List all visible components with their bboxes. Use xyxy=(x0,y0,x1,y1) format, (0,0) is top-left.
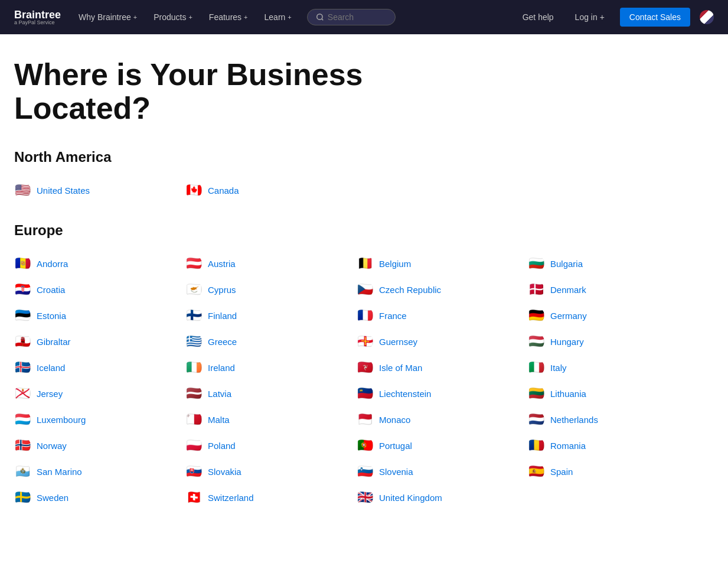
country-name[interactable]: Greece xyxy=(208,337,237,347)
country-name[interactable]: Netherlands xyxy=(550,415,598,425)
logo[interactable]: Braintree a PayPal Service xyxy=(14,9,61,25)
country-flag-icon: 🇬🇷 xyxy=(185,333,202,350)
country-item[interactable]: 🇩🇪Germany xyxy=(528,307,694,324)
country-item[interactable]: 🇦🇹Austria xyxy=(185,255,352,272)
nav-products[interactable]: Products + xyxy=(148,12,198,22)
country-name[interactable]: Ireland xyxy=(208,363,235,373)
country-name[interactable]: San Marino xyxy=(37,467,82,477)
country-name[interactable]: Romania xyxy=(550,441,586,451)
country-name[interactable]: United States xyxy=(37,186,90,196)
country-item[interactable]: 🇪🇸Spain xyxy=(528,463,694,480)
country-name[interactable]: Germany xyxy=(550,311,587,321)
country-name[interactable]: Hungary xyxy=(550,337,584,347)
country-name[interactable]: United Kingdom xyxy=(379,493,442,503)
country-name[interactable]: Liechtenstein xyxy=(379,389,431,399)
country-item[interactable]: 🇩🇰Denmark xyxy=(528,281,694,298)
country-item[interactable]: 🇨🇾Cyprus xyxy=(185,281,352,298)
country-name[interactable]: Jersey xyxy=(37,389,63,399)
country-name[interactable]: France xyxy=(379,311,407,321)
country-item[interactable]: 🇸🇪Sweden xyxy=(14,489,181,506)
country-item[interactable]: 🇱🇮Liechtenstein xyxy=(357,385,523,402)
section-title-1: Europe xyxy=(14,222,694,239)
nav-features[interactable]: Features + xyxy=(203,12,254,22)
country-item[interactable]: 🇳🇱Netherlands xyxy=(528,411,694,428)
country-name[interactable]: Spain xyxy=(550,467,573,477)
country-item[interactable]: 🇫🇷France xyxy=(357,307,523,324)
country-item[interactable]: 🇲🇨Monaco xyxy=(357,411,523,428)
country-name[interactable]: Gibraltar xyxy=(37,337,71,347)
country-name[interactable]: Belgium xyxy=(379,259,411,269)
country-name[interactable]: Slovenia xyxy=(379,467,413,477)
country-item[interactable]: 🇬🇮Gibraltar xyxy=(14,333,181,350)
country-grid-1: 🇦🇩Andorra🇦🇹Austria🇧🇪Belgium🇧🇬Bulgaria🇭🇷C… xyxy=(14,255,694,506)
country-item[interactable]: 🇲🇹Malta xyxy=(185,411,352,428)
country-name[interactable]: Canada xyxy=(208,186,239,196)
search-input[interactable] xyxy=(328,12,387,22)
country-item[interactable]: 🇮🇪Ireland xyxy=(185,359,352,376)
country-item[interactable]: 🇨🇿Czech Republic xyxy=(357,281,523,298)
country-item[interactable]: 🇨🇦Canada xyxy=(185,182,352,198)
country-item[interactable]: 🇱🇺Luxembourg xyxy=(14,411,181,428)
country-item[interactable]: 🇦🇩Andorra xyxy=(14,255,181,272)
country-name[interactable]: Finland xyxy=(208,311,237,321)
country-flag-icon: 🇭🇺 xyxy=(528,333,544,350)
country-name[interactable]: Switzerland xyxy=(208,493,254,503)
country-name[interactable]: Iceland xyxy=(37,363,65,373)
country-item[interactable]: 🇸🇮Slovenia xyxy=(357,463,523,480)
country-name[interactable]: Andorra xyxy=(37,259,68,269)
search-bar[interactable] xyxy=(307,9,396,25)
nav-why-braintree[interactable]: Why Braintree + xyxy=(73,12,143,22)
country-item[interactable]: 🇬🇷Greece xyxy=(185,333,352,350)
country-item[interactable]: 🇭🇺Hungary xyxy=(528,333,694,350)
country-item[interactable]: 🇺🇸United States xyxy=(14,182,181,198)
country-name[interactable]: Czech Republic xyxy=(379,285,441,295)
country-name[interactable]: Poland xyxy=(208,441,236,451)
country-item[interactable]: 🇳🇴Norway xyxy=(14,437,181,454)
country-flag-icon: 🇳🇱 xyxy=(528,411,544,428)
country-item[interactable]: 🇭🇷Croatia xyxy=(14,281,181,298)
country-item[interactable]: 🇫🇮Finland xyxy=(185,307,352,324)
country-name[interactable]: Luxembourg xyxy=(37,415,86,425)
country-item[interactable]: 🇧🇪Belgium xyxy=(357,255,523,272)
country-item[interactable]: 🇵🇹Portugal xyxy=(357,437,523,454)
country-flag-icon: 🇨🇭 xyxy=(185,489,202,506)
country-item[interactable]: 🇮🇲Isle of Man xyxy=(357,359,523,376)
country-name[interactable]: Monaco xyxy=(379,415,410,425)
country-name[interactable]: Norway xyxy=(37,441,67,451)
country-name[interactable]: Malta xyxy=(208,415,230,425)
country-name[interactable]: Sweden xyxy=(37,493,68,503)
country-item[interactable]: 🇬🇧United Kingdom xyxy=(357,489,523,506)
country-item[interactable]: 🇯🇪Jersey xyxy=(14,385,181,402)
country-item[interactable]: 🇱🇹Lithuania xyxy=(528,385,694,402)
country-item[interactable]: 🇸🇲San Marino xyxy=(14,463,181,480)
country-flag-icon: 🇱🇺 xyxy=(14,411,31,428)
country-item[interactable]: 🇮🇹Italy xyxy=(528,359,694,376)
country-item[interactable]: 🇧🇬Bulgaria xyxy=(528,255,694,272)
country-name[interactable]: Italy xyxy=(550,363,567,373)
country-name[interactable]: Lithuania xyxy=(550,389,586,399)
contact-sales-button[interactable]: Contact Sales xyxy=(620,8,690,27)
country-item[interactable]: 🇮🇸Iceland xyxy=(14,359,181,376)
country-item[interactable]: 🇸🇰Slovakia xyxy=(185,463,352,480)
country-name[interactable]: Estonia xyxy=(37,311,66,321)
us-flag-icon[interactable] xyxy=(700,10,714,24)
country-item[interactable]: 🇪🇪Estonia xyxy=(14,307,181,324)
nav-learn[interactable]: Learn + xyxy=(259,12,298,22)
country-item[interactable]: 🇷🇴Romania xyxy=(528,437,694,454)
login-link[interactable]: Log in + xyxy=(569,12,611,22)
country-name[interactable]: Croatia xyxy=(37,285,65,295)
country-item[interactable]: 🇬🇬Guernsey xyxy=(357,333,523,350)
country-name[interactable]: Cyprus xyxy=(208,285,236,295)
country-name[interactable]: Bulgaria xyxy=(550,259,583,269)
get-help-link[interactable]: Get help xyxy=(517,12,560,22)
country-item[interactable]: 🇨🇭Switzerland xyxy=(185,489,352,506)
country-name[interactable]: Portugal xyxy=(379,441,412,451)
country-name[interactable]: Austria xyxy=(208,259,236,269)
country-name[interactable]: Isle of Man xyxy=(379,363,422,373)
country-name[interactable]: Slovakia xyxy=(208,467,241,477)
country-name[interactable]: Latvia xyxy=(208,389,231,399)
country-name[interactable]: Guernsey xyxy=(379,337,417,347)
country-item[interactable]: 🇱🇻Latvia xyxy=(185,385,352,402)
country-name[interactable]: Denmark xyxy=(550,285,586,295)
country-item[interactable]: 🇵🇱Poland xyxy=(185,437,352,454)
